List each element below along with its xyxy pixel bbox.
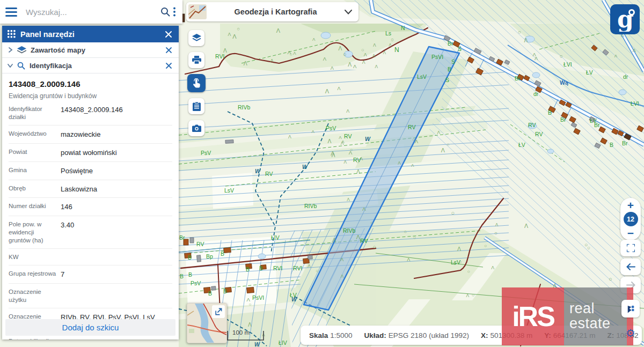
overview-minimap[interactable] (187, 303, 227, 343)
parcel-id-title: 143408_2.0009.146 (9, 79, 172, 88)
search-input[interactable] (25, 7, 159, 17)
legend-tool-button[interactable] (188, 98, 204, 114)
zoom-in-button[interactable]: + (627, 200, 634, 211)
svg-text:Λ: Λ (383, 50, 386, 55)
identification-row: Grupa rejestrowa7 (9, 265, 172, 284)
geoportal-app: ΛΛΛΛΛΛΛ○ΛΛΛΛ○ΛΛΛΛΛ○ΛΛΛΛΛΛ○ΛΛΛΛ○ΛΛΛΛΛΛΛΛΛ… (0, 0, 644, 347)
map-thumbnail (188, 4, 207, 19)
svg-text:Λ: Λ (312, 129, 315, 134)
svg-text:Λ: Λ (323, 56, 327, 62)
svg-text:○: ○ (484, 243, 487, 248)
svg-text:○: ○ (584, 242, 588, 248)
svg-text:Λ: Λ (244, 60, 247, 67)
svg-text:Λ: Λ (389, 42, 392, 48)
identification-row: Numer działki146 (9, 198, 172, 216)
svg-text:Λ: Λ (340, 256, 344, 262)
map-theme-switcher[interactable]: Geodezja i Kartografia (186, 2, 358, 21)
screenshot-tool-button[interactable] (188, 120, 204, 136)
svg-text:Λ: Λ (553, 283, 557, 289)
settings-gear-icon[interactable]: ⚙ (626, 328, 635, 338)
section-close-icon[interactable] (164, 61, 173, 70)
map-toolbar (187, 30, 206, 136)
svg-text:Λ: Λ (375, 64, 378, 69)
history-back-button[interactable] (620, 259, 641, 275)
svg-text:○: ○ (518, 29, 521, 35)
svg-text:Λ: Λ (524, 223, 529, 229)
svg-text:Λ: Λ (347, 197, 350, 202)
svg-text:Λ: Λ (287, 49, 291, 55)
svg-text:Λ: Λ (533, 52, 537, 57)
minimap-expand-icon[interactable] (212, 305, 225, 318)
identification-row: Powiatpowiat wołomiński (9, 144, 172, 162)
brand-flag-button[interactable] (621, 300, 640, 318)
crs-readout: Układ:EPSG 2180 (układ 1992) (364, 331, 469, 339)
fullscreen-button[interactable] (620, 240, 641, 256)
svg-text:Λ: Λ (232, 33, 237, 40)
svg-text:Λ: Λ (362, 60, 365, 65)
svg-text:Λ: Λ (373, 42, 376, 48)
tool-panel: Panel narzędzi Zawartość mapy Identyfika… (2, 26, 179, 339)
svg-text:Λ: Λ (270, 58, 274, 63)
layers-tool-button[interactable] (188, 30, 204, 46)
scalebar-label: 100 m (232, 329, 250, 336)
svg-text:Λ: Λ (364, 52, 367, 57)
print-tool-button[interactable] (188, 52, 204, 68)
svg-text:○: ○ (356, 158, 360, 165)
svg-text:○: ○ (343, 51, 346, 57)
svg-text:○: ○ (350, 147, 353, 152)
svg-text:Λ: Λ (457, 246, 461, 252)
y-coordinate: Y:664167.21 m (544, 331, 595, 339)
identification-row: KW (9, 249, 172, 265)
section-identification[interactable]: Identyfikacja (2, 58, 179, 73)
svg-text:Λ: Λ (356, 234, 361, 240)
register-subtitle: Ewidencja gruntów i budynków (9, 92, 172, 100)
svg-text:Λ: Λ (333, 238, 336, 243)
svg-text:Λ: Λ (293, 51, 296, 56)
svg-text:Λ: Λ (495, 222, 499, 227)
svg-text:○: ○ (587, 245, 590, 250)
svg-text:Λ: Λ (441, 147, 445, 153)
svg-text:Λ: Λ (341, 274, 344, 279)
svg-text:○: ○ (361, 47, 364, 53)
panel-close-icon[interactable] (164, 29, 173, 39)
svg-text:Λ: Λ (415, 138, 419, 144)
search-icon[interactable] (159, 5, 172, 18)
panel-title: Panel narzędzi (20, 30, 164, 39)
svg-text:○: ○ (370, 220, 373, 225)
svg-text:Λ: Λ (437, 130, 441, 135)
svg-text:○: ○ (373, 244, 376, 250)
zoom-out-button[interactable]: − (627, 227, 634, 239)
svg-text:Λ: Λ (353, 63, 357, 69)
svg-text:Λ: Λ (248, 322, 252, 328)
svg-text:Λ: Λ (398, 161, 401, 166)
kebab-menu-icon[interactable] (172, 5, 177, 18)
svg-text:Λ: Λ (331, 65, 334, 71)
section-map-contents[interactable]: Zawartość mapy (2, 42, 179, 58)
svg-text:Λ: Λ (308, 263, 311, 269)
identification-row: ObrębLaskowizna (9, 180, 172, 198)
hamburger-menu-icon[interactable] (5, 8, 17, 17)
svg-text:Λ: Λ (312, 37, 316, 42)
arrow-right-icon (626, 282, 635, 289)
geoportal-logo[interactable]: g (610, 4, 640, 34)
svg-text:○: ○ (316, 268, 318, 274)
chevron-right-icon (8, 47, 13, 53)
zoom-control: + 12 − (620, 198, 641, 240)
identification-row: GminaPoświętne (9, 162, 172, 180)
status-bar: Skala1:5000 Układ:EPSG 2180 (układ 1992)… (301, 326, 642, 345)
svg-text:Λ: Λ (338, 46, 342, 51)
svg-text:Λ: Λ (372, 53, 376, 58)
identify-tool-button[interactable] (187, 74, 206, 92)
svg-text:○: ○ (459, 259, 462, 264)
identification-row: Oznaczenie użytku (9, 284, 172, 308)
svg-text:○: ○ (404, 229, 407, 234)
svg-text:Λ: Λ (407, 257, 410, 262)
fullscreen-icon (627, 244, 635, 252)
svg-text:Λ: Λ (466, 293, 470, 298)
svg-text:Λ: Λ (247, 297, 251, 302)
section-close-icon[interactable] (164, 46, 173, 55)
svg-text:Λ: Λ (614, 54, 618, 58)
identification-row: Województwomazowieckie (9, 125, 172, 144)
history-forward-button[interactable] (620, 277, 641, 293)
add-to-sketch-button[interactable]: Dodaj do szkicu (5, 319, 175, 336)
